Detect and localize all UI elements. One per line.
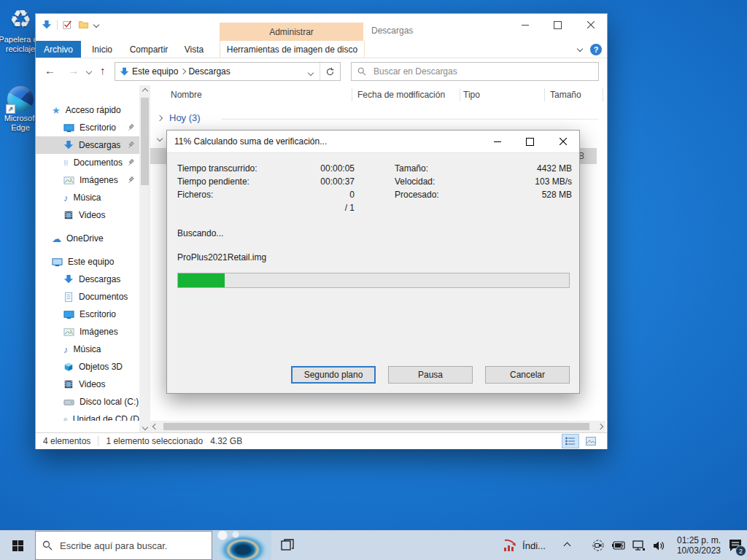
- window-controls: [508, 14, 607, 36]
- address-dropdown-chevron-icon[interactable]: [302, 65, 320, 78]
- stats-left: Tiempo transcurrido:00:00:05 Tiempo pend…: [177, 162, 355, 214]
- column-tipo[interactable]: Tipo: [463, 90, 480, 100]
- stat-value: / 1: [345, 203, 355, 213]
- sidebar-item-disco-local[interactable]: Disco local (C:): [36, 393, 139, 411]
- desktop: ♻ Papelera de reciclaje ↗ Microsoft Edge…: [0, 0, 747, 560]
- quick-access-star-icon: ★: [52, 105, 61, 116]
- dialog-titlebar: 11% Calculando suma de verificación...: [167, 131, 579, 152]
- cancelar-button[interactable]: Cancelar: [485, 366, 570, 384]
- horizontal-scrollbar[interactable]: [150, 421, 605, 432]
- qat-download-icon[interactable]: [42, 20, 52, 30]
- maximize-button[interactable]: [541, 14, 574, 36]
- large-icons-view-button[interactable]: [582, 434, 600, 448]
- sidebar-scrollbar[interactable]: [139, 85, 150, 432]
- forward-button[interactable]: →: [68, 64, 79, 77]
- details-view-button[interactable]: [562, 434, 579, 448]
- segundo-plano-button[interactable]: Segundo plano: [291, 366, 376, 384]
- qat-customize-chevron-icon[interactable]: [93, 22, 99, 28]
- network-icon[interactable]: [629, 531, 649, 560]
- sidebar-item-objetos-3d[interactable]: Objetos 3D: [36, 358, 139, 376]
- qat-separator: [57, 20, 58, 30]
- cd-drive-icon: [63, 414, 68, 421]
- column-nombre[interactable]: Nombre: [171, 90, 202, 100]
- up-button[interactable]: ↑: [100, 64, 106, 77]
- close-button[interactable]: [574, 14, 607, 36]
- sidebar-item-imagenes-quick[interactable]: Imágenes: [36, 171, 139, 189]
- taskbar: 7z Índi... 01:25 p. m. 10/03/2023 2: [0, 530, 747, 560]
- scrollbar-thumb[interactable]: [141, 98, 149, 185]
- scroll-right-icon[interactable]: [597, 424, 603, 429]
- tab-compartir[interactable]: Compartir: [125, 41, 173, 58]
- window-title: Descargas: [371, 26, 413, 36]
- sidebar-item-descargas-pc[interactable]: Descargas: [36, 271, 139, 288]
- start-button[interactable]: [0, 531, 35, 560]
- dialog-close-button[interactable]: [546, 131, 579, 152]
- taskbar-search-input[interactable]: [58, 540, 205, 552]
- meet-now-camera-icon[interactable]: [588, 531, 608, 560]
- task-view-button[interactable]: [271, 531, 303, 560]
- sidebar-item-videos-quick[interactable]: Videos: [36, 206, 139, 224]
- sidebar-item-imagenes-pc[interactable]: Imágenes: [36, 323, 139, 341]
- taskbar-clock[interactable]: 01:25 p. m. 10/03/2023: [668, 531, 722, 560]
- taskbar-search-box[interactable]: [35, 531, 212, 560]
- breadcrumb-este-equipo[interactable]: Este equipo: [129, 66, 181, 77]
- qat-new-folder-icon[interactable]: [78, 20, 89, 30]
- scroll-up-icon[interactable]: [139, 85, 150, 96]
- desktop-monitor-icon: [63, 122, 74, 133]
- explorer-search-box[interactable]: [351, 62, 599, 81]
- sidebar-item-musica-pc[interactable]: ♪ Música: [36, 341, 139, 358]
- dialog-filename: ProPlus2021Retail.img: [177, 252, 266, 262]
- minimize-button[interactable]: [508, 14, 541, 36]
- sidebar-item-unidad-cd[interactable]: Unidad de CD (D: [36, 411, 139, 421]
- recent-locations-chevron-icon[interactable]: [86, 69, 92, 74]
- qat-checkbox-icon[interactable]: [63, 20, 73, 30]
- address-bar[interactable]: Este equipo Descargas: [115, 62, 341, 81]
- music-note-icon: ♪: [63, 344, 69, 355]
- sidebar-item-descargas-quick[interactable]: Descargas: [36, 136, 139, 154]
- sidebar-item-documentos-quick[interactable]: Documentos: [36, 154, 139, 171]
- news-widget[interactable]: Índi...: [496, 531, 553, 560]
- pin-icon: [128, 141, 135, 149]
- computer-icon: [52, 257, 63, 268]
- column-fecha[interactable]: Fecha de modificación: [357, 90, 445, 100]
- sidebar-item-documentos-pc[interactable]: Documentos: [36, 288, 139, 306]
- scroll-down-icon[interactable]: [139, 421, 150, 432]
- column-tamano[interactable]: Tamaño: [550, 90, 581, 100]
- breadcrumb-descargas[interactable]: Descargas: [185, 66, 233, 77]
- group-expanded-chevron-icon[interactable]: [157, 136, 163, 141]
- tab-vista[interactable]: Vista: [176, 41, 212, 58]
- refresh-button[interactable]: [320, 63, 340, 80]
- column-divider: [544, 88, 545, 101]
- sidebar-item-musica-quick[interactable]: ♪ Música: [36, 189, 139, 206]
- sidebar-item-acceso-rapido[interactable]: ★ Acceso rápido: [36, 101, 139, 119]
- tray-overflow-chevron-icon[interactable]: [556, 531, 578, 560]
- sidebar-item-escritorio-pc[interactable]: Escritorio: [36, 306, 139, 323]
- help-icon[interactable]: ?: [590, 44, 602, 55]
- explorer-titlebar: Administrar Descargas: [36, 14, 607, 41]
- back-button[interactable]: ←: [44, 64, 55, 77]
- action-center-button[interactable]: 2: [724, 531, 747, 560]
- column-divider: [603, 88, 603, 101]
- sidebar-item-videos-pc[interactable]: Videos: [36, 376, 139, 393]
- tab-herramientas-imagen-disco[interactable]: Herramientas de imagen de disco: [220, 41, 365, 58]
- tab-inicio[interactable]: Inicio: [82, 41, 122, 58]
- weather-widget[interactable]: [212, 531, 271, 560]
- speaker-icon[interactable]: [649, 531, 669, 560]
- scrollbar-thumb[interactable]: [163, 423, 589, 430]
- stat-label: Procesado:: [395, 190, 439, 200]
- ribbon-collapse-chevron-icon[interactable]: [577, 46, 583, 52]
- scroll-left-icon[interactable]: [152, 424, 158, 429]
- stats-right: Tamaño:4432 MB Velocidad:103 MB/s Proces…: [395, 162, 572, 201]
- pausa-button[interactable]: Pausa: [388, 366, 473, 384]
- group-collapse-chevron-icon[interactable]: [157, 115, 163, 121]
- group-header-hoy[interactable]: Hoy (3): [150, 110, 607, 126]
- sidebar-item-escritorio[interactable]: Escritorio: [36, 119, 139, 136]
- dialog-maximize-button[interactable]: [514, 131, 546, 152]
- film-icon: [63, 210, 74, 220]
- sidebar-item-onedrive[interactable]: ☁ OneDrive: [36, 230, 139, 247]
- explorer-search-input[interactable]: [372, 66, 592, 77]
- tab-archivo[interactable]: Archivo: [36, 41, 81, 58]
- battery-icon[interactable]: [608, 531, 628, 560]
- dialog-minimize-button[interactable]: [481, 131, 514, 152]
- sidebar-item-este-equipo[interactable]: Este equipo: [36, 253, 139, 271]
